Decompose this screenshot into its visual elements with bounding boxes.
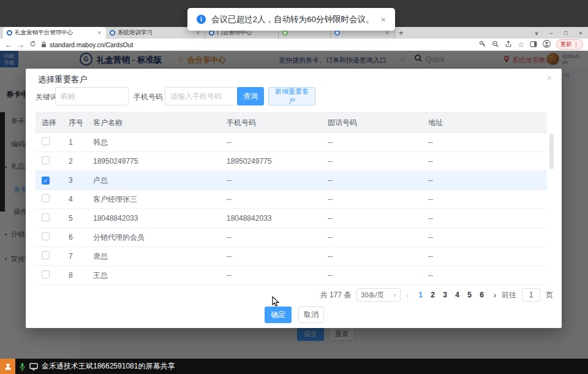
customer-table: 选择序号客户名称手机号码固话号码地址 1韩总------218950249775… [36,112,547,285]
table-row[interactable]: 6分销代理的会员------ [36,228,547,247]
row-checkbox[interactable] [42,232,50,240]
cell-name: 18048842033 [87,214,221,223]
cell-address: -- [422,233,547,242]
meeting-toast: i 会议已超过2人，自动转为60分钟限时会议。 × [187,8,395,31]
dark-edge-strip [0,112,5,212]
table-row[interactable]: 8王总------ [36,266,547,285]
checkbox-cell [36,232,62,242]
cell-address: -- [422,157,547,166]
screen-share-bar: 金禾通技术王斌18662591081的屏幕共享 [0,359,588,374]
cancel-button[interactable]: 取消 [298,307,324,323]
table-row[interactable]: 4客户经理张三------ [36,190,547,209]
page-content: 功能 导航 G 礼盒营销 - 标准版 ⌂ 合分享中心 更快捷的券卡、订单和快递查… [0,51,588,359]
row-checkbox[interactable] [42,251,50,259]
cell-name: 韩总 [87,137,221,148]
cell-address: -- [422,138,547,147]
chrome-update-button[interactable]: 更新 ⋮ [556,39,583,50]
modal-close-icon[interactable]: × [546,72,552,83]
table-row[interactable]: 1韩总------ [36,133,547,152]
maximize-icon[interactable]: □ [559,30,573,36]
minimize-icon[interactable]: – [544,30,559,36]
monitor-icon [29,363,38,370]
toast-close-icon[interactable]: × [381,14,386,25]
cell-index: 6 [62,233,87,242]
tab-title: 系统培训学习 [118,29,192,37]
next-page-icon[interactable]: › [494,291,496,300]
row-checkbox[interactable] [42,194,50,202]
cell-address: -- [422,176,547,185]
cell-mobile: -- [221,176,322,185]
address-bar-actions: ☆ 更新 ⋮ [479,39,583,50]
reload-icon[interactable] [29,40,36,48]
password-key-icon[interactable] [479,40,486,49]
pagination: 共 177 条 30条/页 ∨ ‹ 123456 › 前往 页 [320,288,553,302]
cell-index: 8 [62,271,87,280]
checkbox-cell [36,213,62,223]
table-row[interactable]: 21895024977518950249775---- [36,152,547,171]
back-icon[interactable]: ← [5,40,12,49]
cell-address: -- [422,195,547,204]
close-tab-icon[interactable]: × [96,29,102,36]
url-text: standard.maboy.cn/CardsOut [50,41,133,48]
total-count: 共 177 条 [320,290,352,300]
page-number[interactable]: 1 [415,291,427,299]
share-icon[interactable] [505,40,512,49]
page-number[interactable]: 5 [464,291,476,299]
table-row[interactable]: 7唐总------ [36,247,547,266]
bookmark-star-icon[interactable]: ☆ [518,40,524,49]
microphone-icon [19,362,26,371]
phone-label: 手机号码 [134,92,163,102]
table-scrollbar[interactable] [549,134,554,169]
cell-index: 2 [62,157,87,166]
forward-icon[interactable]: → [17,40,24,49]
column-header: 固话号码 [322,118,422,128]
table-row[interactable]: 51804884203318048842033---- [36,209,547,228]
cell-tel: -- [322,176,422,185]
zoom-icon[interactable] [492,40,499,49]
cell-mobile: -- [221,271,322,280]
cell-name: 卢总 [87,175,221,186]
url-field[interactable]: standard.maboy.cn/CardsOut [41,41,133,48]
customer-table-body: 1韩总------21895024977518950249775----✓3卢总… [36,133,547,285]
table-row[interactable]: ✓3卢总------ [36,171,547,190]
page-number[interactable]: 6 [476,291,488,299]
row-checkbox[interactable] [42,137,50,145]
cell-name: 分销代理的会员 [87,232,221,243]
goto-suffix: 页 [546,290,553,300]
share-bar-text: 金禾通技术王斌18662591081的屏幕共享 [42,361,175,372]
checkbox-cell [36,251,62,261]
screen: 礼盒营销平台管理中心×系统培训学习×门店管理中心× + ∨ – □ × ← → … [0,0,588,374]
goto-page-input[interactable] [522,288,540,302]
keyword-label: 关键词 [36,92,58,102]
select-customer-modal: 选择重要客户 × 关键词 手机号码 查询 新增重要客户 选择序号客户名称手机号码… [26,69,562,328]
phone-input[interactable] [165,87,238,105]
row-checkbox[interactable] [42,213,50,221]
row-checkbox[interactable] [42,270,50,278]
toast-message: 会议已超过2人，自动转为60分钟限时会议。 [211,14,374,25]
profile-avatar-icon[interactable] [543,40,551,49]
cell-tel: -- [322,252,422,261]
cell-index: 3 [62,176,87,185]
page-number[interactable]: 4 [451,291,464,299]
page-number[interactable]: 2 [427,291,439,299]
prev-page-icon[interactable]: ‹ [406,291,409,300]
page-size-select[interactable]: 30条/页 ∨ [356,288,401,302]
query-button[interactable]: 查询 [237,87,264,105]
cell-index: 1 [62,138,87,147]
row-checkbox[interactable] [42,156,50,164]
chrome-menu-icon[interactable]: ∨ [529,30,544,36]
new-tab-button[interactable]: + [394,27,408,39]
add-customer-button[interactable]: 新增重要客户 [268,87,315,105]
cell-mobile: -- [221,195,322,204]
cell-mobile: 18950249775 [221,157,322,166]
site-favicon-icon [110,30,115,36]
page-number[interactable]: 3 [439,291,451,299]
row-checkbox[interactable]: ✓ [42,177,50,185]
cell-tel: -- [322,271,422,280]
checkbox-cell: ✓ [36,176,62,185]
browser-tab[interactable]: 礼盒营销平台管理中心× [3,27,106,39]
close-window-icon[interactable]: × [573,30,588,36]
keyword-input[interactable] [55,87,129,105]
page-numbers: 123456 [415,291,488,299]
side-panel-icon[interactable] [530,40,537,49]
